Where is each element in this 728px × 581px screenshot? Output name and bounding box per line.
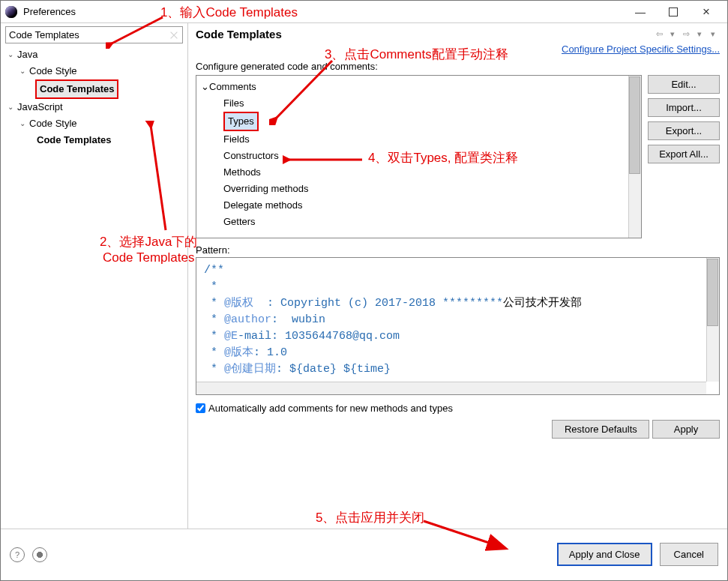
tree-item-files[interactable]: Files (201, 95, 637, 112)
tree-item-constructors[interactable]: Constructors (201, 148, 637, 164)
tree-item-types[interactable]: Types (201, 112, 637, 131)
pattern-hscroll[interactable] (196, 382, 706, 394)
maximize-button[interactable] (657, 1, 690, 22)
tree-item-java[interactable]: ⌄Java (5, 46, 183, 63)
nav-toolbar: ⇦▾ ⇨▾ ▾ (652, 29, 720, 39)
help-icon[interactable]: ? (10, 547, 25, 562)
pattern-textarea[interactable]: /** * * @版权 : Copyright (c) 2017-2018 **… (196, 257, 720, 395)
templates-tree[interactable]: ⌄Comments Files Types Fields Constructor… (196, 75, 642, 238)
sidebar: ⌄Java ⌄Code Style Code Templates ⌄JavaSc… (1, 23, 188, 529)
minimize-button[interactable]: — (624, 1, 657, 22)
templates-scrollbar[interactable] (628, 76, 641, 238)
nav-menu-icon[interactable]: ▾ (706, 29, 720, 39)
export-all-button[interactable]: Export All... (648, 145, 720, 163)
pattern-vscroll[interactable] (706, 258, 719, 382)
nav-back-icon[interactable]: ⇦ (652, 29, 666, 39)
progress-icon[interactable] (32, 547, 47, 562)
cancel-button[interactable]: Cancel (660, 543, 718, 566)
tree-item-delegate[interactable]: Delegate methods (201, 197, 637, 214)
tree-item-overriding[interactable]: Overriding methods (201, 181, 637, 197)
tree-item-js-codetemplates[interactable]: Code Templates (5, 132, 183, 148)
tree-item-js-codestyle[interactable]: ⌄Code Style (5, 115, 183, 132)
apply-and-close-button[interactable]: Apply and Close (557, 543, 652, 566)
apply-button[interactable]: Apply (652, 420, 720, 439)
close-button[interactable]: × (690, 1, 723, 22)
tree-item-fields[interactable]: Fields (201, 131, 637, 148)
filter-input[interactable] (6, 27, 182, 43)
dialog-footer: ? Apply and Close Cancel (1, 529, 727, 580)
main-split: ⌄Java ⌄Code Style Code Templates ⌄JavaSc… (1, 23, 727, 529)
nav-back-menu-icon[interactable]: ▾ (666, 29, 679, 39)
clear-icon[interactable] (169, 30, 179, 40)
restore-defaults-button[interactable]: Restore Defaults (552, 420, 649, 439)
tree-item-methods[interactable]: Methods (201, 164, 637, 181)
tree-item-getters[interactable]: Getters (201, 214, 637, 230)
content-pane: Code Templates ⇦▾ ⇨▾ ▾ Configure Project… (188, 23, 727, 529)
tree-item-java-codestyle[interactable]: ⌄Code Style (5, 63, 183, 79)
tree-item-java-codetemplates[interactable]: Code Templates (5, 79, 183, 99)
configure-project-link[interactable]: Configure Project Specific Settings... (562, 43, 720, 55)
edit-button[interactable]: Edit... (648, 75, 720, 94)
titlebar: Preferences — × (1, 1, 727, 23)
preferences-tree[interactable]: ⌄Java ⌄Code Style Code Templates ⌄JavaSc… (5, 46, 183, 148)
pattern-label: Pattern: (196, 244, 720, 256)
filter-input-wrap[interactable] (5, 26, 183, 43)
configure-label: Configure generated code and comments: (196, 61, 720, 72)
page-title: Code Templates (196, 28, 282, 40)
window-title: Preferences (23, 6, 624, 17)
tree-item-comments[interactable]: ⌄Comments (201, 79, 637, 95)
nav-fwd-icon[interactable]: ⇨ (679, 29, 693, 39)
eclipse-icon (5, 6, 17, 18)
tree-item-javascript[interactable]: ⌄JavaScript (5, 99, 183, 115)
auto-comments-checkbox[interactable] (196, 403, 205, 413)
auto-comments-label: Automatically add comments for new metho… (208, 403, 453, 414)
export-button[interactable]: Export... (648, 121, 720, 140)
import-button[interactable]: Import... (648, 98, 720, 117)
nav-fwd-menu-icon[interactable]: ▾ (693, 29, 706, 39)
